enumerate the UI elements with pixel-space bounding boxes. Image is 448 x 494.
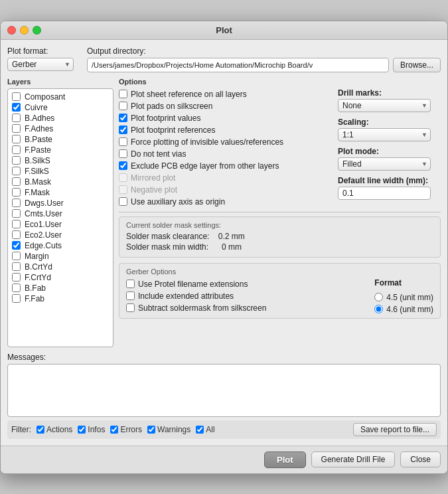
option-row: Plot sheet reference on all layers xyxy=(119,88,331,100)
minimize-button[interactable] xyxy=(20,26,29,35)
filter-item-label: All xyxy=(206,425,214,434)
drill-marks-select[interactable]: None Small Full xyxy=(338,99,431,112)
scaling-wrapper: 1:1 1:2 2:1 ▼ xyxy=(338,128,431,141)
layer-checkbox[interactable] xyxy=(12,220,21,228)
layer-item[interactable]: F.CrtYd xyxy=(8,272,113,283)
layer-checkbox[interactable] xyxy=(12,114,21,122)
layer-item[interactable]: Edge.Cuts xyxy=(8,240,113,251)
layer-label: B.Paste xyxy=(25,135,52,144)
layer-item[interactable]: B.SilkS xyxy=(8,155,113,166)
layer-checkbox[interactable] xyxy=(12,103,21,112)
maximize-button[interactable] xyxy=(33,26,41,35)
output-dir-input[interactable] xyxy=(87,58,389,72)
layer-item[interactable]: B.CrtYd xyxy=(8,262,113,272)
layer-checkbox[interactable] xyxy=(12,199,21,207)
layer-item[interactable]: Dwgs.User xyxy=(8,198,113,208)
layer-checkbox[interactable] xyxy=(12,230,21,239)
layer-item[interactable]: B.Fab xyxy=(8,283,113,293)
plot-format-select[interactable]: Gerber PostScript SVG DXF HPGL PDF xyxy=(7,58,74,71)
layer-checkbox[interactable] xyxy=(12,273,21,282)
format-radio[interactable] xyxy=(374,293,383,301)
layer-item[interactable]: F.Mask xyxy=(8,187,113,198)
close-window-button[interactable]: Close xyxy=(400,452,441,467)
layer-label: F.Fab xyxy=(25,294,44,303)
layer-checkbox[interactable] xyxy=(12,241,21,250)
option-row: Plot pads on silkscreen xyxy=(119,100,331,112)
option-checkbox[interactable] xyxy=(119,125,127,134)
layer-item[interactable]: F.SilkS xyxy=(8,166,113,177)
layer-checkbox[interactable] xyxy=(12,92,21,101)
layer-checkbox[interactable] xyxy=(12,156,21,165)
layer-item[interactable]: B.Mask xyxy=(8,177,113,187)
layer-item[interactable]: B.Paste xyxy=(8,134,113,145)
layer-item[interactable]: Composant xyxy=(8,92,113,102)
option-checkbox[interactable] xyxy=(119,161,127,170)
option-checkbox[interactable] xyxy=(119,102,127,110)
solder-mask-section: Current solder mask settings: Solder mas… xyxy=(119,216,441,258)
bottom-bar: Plot Generate Drill File Close xyxy=(1,446,447,473)
output-dir-label: Output directory: xyxy=(87,46,441,56)
filter-checkbox[interactable] xyxy=(196,426,204,434)
format-radio-label: 4.5 (unit mm) xyxy=(386,293,433,302)
generate-drill-button[interactable]: Generate Drill File xyxy=(311,452,396,467)
gerber-option-checkbox[interactable] xyxy=(126,291,135,300)
filter-checkbox[interactable] xyxy=(37,426,44,434)
layer-checkbox[interactable] xyxy=(12,145,21,154)
layer-label: F.Mask xyxy=(25,188,50,197)
drill-marks-group: Drill marks: None Small Full ▼ xyxy=(338,88,441,112)
layer-item[interactable]: B.Adhes xyxy=(8,113,113,124)
filter-checkbox[interactable] xyxy=(110,426,118,434)
layer-checkbox[interactable] xyxy=(12,209,21,218)
options-left: Plot sheet reference on all layersPlot p… xyxy=(119,88,331,208)
messages-section: Messages: Filter:ActionsInfosErrorsWarni… xyxy=(7,353,441,439)
format-radio[interactable] xyxy=(374,305,383,313)
layer-label: F.SilkS xyxy=(25,167,49,176)
option-checkbox[interactable] xyxy=(119,90,127,98)
layer-item[interactable]: F.Paste xyxy=(8,145,113,155)
filter-checkbox[interactable] xyxy=(78,426,86,434)
layer-checkbox[interactable] xyxy=(12,167,21,175)
layer-item[interactable]: F.Fab xyxy=(8,293,113,304)
filter-item: Warnings xyxy=(147,425,190,434)
layer-checkbox[interactable] xyxy=(12,124,21,133)
plot-mode-select[interactable]: Filled Sketch xyxy=(338,157,431,171)
drill-marks-label: Drill marks: xyxy=(338,88,441,98)
option-checkbox[interactable] xyxy=(119,197,127,206)
option-checkbox[interactable] xyxy=(119,137,127,146)
gerber-option-checkbox[interactable] xyxy=(126,280,135,288)
layer-item[interactable]: F.Adhes xyxy=(8,124,113,134)
plot-mode-label: Plot mode: xyxy=(338,147,441,156)
default-line-label: Default line width (mm): xyxy=(338,176,441,185)
layer-checkbox[interactable] xyxy=(12,135,21,143)
layer-item[interactable]: Margin xyxy=(8,251,113,262)
layer-checkbox[interactable] xyxy=(12,284,21,292)
layer-item[interactable]: Cuivre xyxy=(8,102,113,113)
layer-checkbox[interactable] xyxy=(12,252,21,260)
option-row: Do not tent vias xyxy=(119,148,331,160)
plot-button[interactable]: Plot xyxy=(264,452,306,468)
layer-item[interactable]: Eco2.User xyxy=(8,230,113,240)
window-title: Plot xyxy=(216,25,232,35)
layer-item[interactable]: Cmts.User xyxy=(8,208,113,219)
browse-button[interactable]: Browse... xyxy=(393,58,441,72)
option-checkbox[interactable] xyxy=(119,173,127,182)
option-checkbox[interactable] xyxy=(119,114,127,122)
default-line-input[interactable] xyxy=(338,187,431,200)
top-row: Plot format: Gerber PostScript SVG DXF H… xyxy=(7,46,441,72)
layer-checkbox[interactable] xyxy=(12,262,21,271)
layer-checkbox[interactable] xyxy=(12,177,21,186)
close-button[interactable] xyxy=(7,26,16,35)
options-right: Drill marks: None Small Full ▼ xyxy=(338,88,441,208)
filter-checkbox[interactable] xyxy=(147,426,155,434)
gerber-option-label: Use Protel filename extensions xyxy=(138,280,248,289)
layer-checkbox[interactable] xyxy=(12,188,21,197)
layer-item[interactable]: Eco1.User xyxy=(8,219,113,230)
scaling-select[interactable]: 1:1 1:2 2:1 xyxy=(338,128,431,141)
layer-checkbox[interactable] xyxy=(12,294,21,303)
gerber-option-checkbox[interactable] xyxy=(126,303,135,312)
option-checkbox[interactable] xyxy=(119,185,127,194)
option-checkbox[interactable] xyxy=(119,149,127,158)
save-report-button[interactable]: Save report to file... xyxy=(353,423,437,436)
option-label: Use auxiliary axis as origin xyxy=(131,197,225,206)
option-label: Negative plot xyxy=(131,185,177,195)
